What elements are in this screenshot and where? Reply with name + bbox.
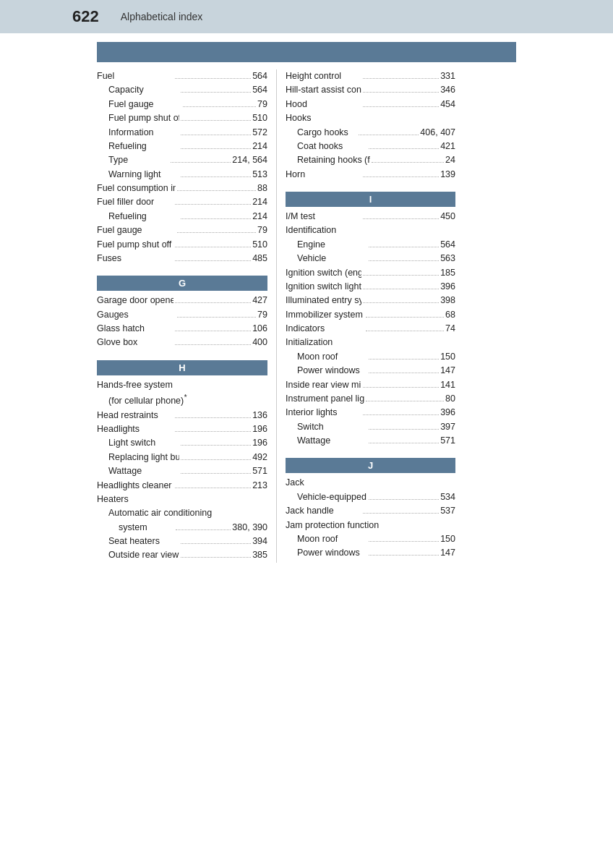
- jack-entry: Jack: [286, 476, 455, 490]
- seat-heaters-entry: Seat heaters 394: [97, 535, 267, 548]
- handsfree-sub-entry: (for cellular phone)*: [97, 392, 267, 409]
- content-area: Fuel 564 Capacity 564 Fuel gauge 79 Fuel…: [97, 69, 516, 563]
- page-title: Alphabetical index: [121, 11, 203, 22]
- heaters-ac-system-entry: system 380, 390: [97, 521, 267, 535]
- handsfree-entry: Hands-free system: [97, 378, 267, 392]
- page-number: 622: [72, 7, 99, 26]
- immobilizer-entry: Immobilizer system 68: [286, 308, 455, 322]
- fuel-gauge-2-entry: Fuel gauge 79: [97, 224, 267, 237]
- section-h-header: H: [97, 360, 267, 375]
- inside-mirror-entry: Inside rear view mirror 141: [286, 378, 455, 392]
- jam-protection-entry: Jam protection function: [286, 519, 455, 532]
- ignition-light-entry: Ignition switch light 396: [286, 280, 455, 294]
- interior-lights-entry: Interior lights 396: [286, 406, 455, 420]
- section-j-header: J: [286, 458, 455, 473]
- fuel-gauge-entry: Fuel gauge 79: [97, 98, 267, 111]
- fuel-consumption-entry: Fuel consumption information 88: [97, 182, 267, 195]
- indicators-entry: Indicators 74: [286, 322, 455, 336]
- head-restraints-entry: Head restraints 136: [97, 409, 267, 422]
- heaters-entry: Heaters: [97, 493, 267, 506]
- fuel-filler-door-entry: Fuel filler door 214: [97, 195, 267, 209]
- right-column: Height control 331 Hill-start assist con…: [276, 69, 455, 563]
- cargo-hooks-entry: Cargo hooks 406, 407: [286, 126, 455, 140]
- blue-divider: [97, 42, 516, 62]
- headlights-wattage-entry: Wattage 571: [97, 464, 267, 478]
- fuel-entry: Fuel 564: [97, 69, 267, 83]
- fuel-pump-2-entry: Fuel pump shut off system 510: [97, 238, 267, 252]
- id-vehicle-entry: Vehicle 563: [286, 252, 455, 265]
- jack-handle-entry: Jack handle 537: [286, 504, 455, 518]
- identification-entry: Identification: [286, 224, 455, 237]
- fuel-filler-refueling-entry: Refueling 214: [97, 210, 267, 224]
- section-i-header: I: [286, 192, 455, 207]
- ignition-switch-entry: Ignition switch (engine switch) 185: [286, 266, 455, 280]
- coat-hooks-entry: Coat hooks 421: [286, 140, 455, 153]
- replacing-bulbs-entry: Replacing light bulbs 492: [97, 451, 267, 464]
- hill-start-entry: Hill-start assist control 346: [286, 83, 455, 97]
- heaters-ac-entry: Automatic air conditioning: [97, 506, 267, 520]
- garage-door-entry: Garage door opener 427: [97, 294, 267, 307]
- id-engine-entry: Engine 564: [286, 238, 455, 252]
- retaining-hooks-entry: Retaining hooks (floor mat) 24: [286, 153, 455, 167]
- fuel-capacity-entry: Capacity 564: [97, 83, 267, 97]
- section-g-header: G: [97, 276, 267, 291]
- fuel-warning-entry: Warning light 513: [97, 168, 267, 182]
- hooks-entry: Hooks: [286, 111, 455, 125]
- page-wrapper: 622 Alphabetical index Fuel 564 Capacity…: [0, 0, 613, 868]
- jam-moon-roof-entry: Moon roof 150: [286, 532, 455, 546]
- fuel-pump-shutoff-entry: Fuel pump shut off system 510: [97, 111, 267, 125]
- horn-entry: Horn 139: [286, 168, 455, 182]
- initialization-entry: Initialization: [286, 336, 455, 349]
- glass-hatch-entry: Glass hatch 106: [97, 322, 267, 336]
- hood-entry: Hood 454: [286, 98, 455, 111]
- interior-lights-switch-entry: Switch 397: [286, 420, 455, 434]
- header-bar: 622 Alphabetical index: [0, 0, 613, 33]
- height-control-entry: Height control 331: [286, 69, 455, 83]
- illuminated-entry: Illuminated entry system 398: [286, 294, 455, 307]
- init-moon-roof-entry: Moon roof 150: [286, 350, 455, 364]
- interior-lights-wattage-entry: Wattage 571: [286, 434, 455, 448]
- glove-box-entry: Glove box 400: [97, 336, 267, 349]
- headlights-switch-entry: Light switch 196: [97, 436, 267, 450]
- headlights-cleaner-entry: Headlights cleaner 213: [97, 479, 267, 493]
- instrument-panel-entry: Instrument panel light control 80: [286, 392, 455, 406]
- fuel-information-entry: Information 572: [97, 126, 267, 140]
- init-power-windows-entry: Power windows 147: [286, 364, 455, 378]
- fuses-entry: Fuses 485: [97, 252, 267, 265]
- fuel-refueling-entry: Refueling 214: [97, 140, 267, 153]
- outside-mirror-heaters-entry: Outside rear view mirrors 385: [97, 548, 267, 562]
- fuel-type-entry: Type 214, 564: [97, 153, 267, 167]
- gauges-entry: Gauges 79: [97, 308, 267, 322]
- jam-power-windows-entry: Power windows 147: [286, 546, 455, 560]
- headlights-entry: Headlights 196: [97, 422, 267, 436]
- im-test-entry: I/M test 450: [286, 210, 455, 224]
- left-column: Fuel 564 Capacity 564 Fuel gauge 79 Fuel…: [97, 69, 276, 563]
- vehicle-jack-entry: Vehicle-equipped jack 534: [286, 490, 455, 504]
- asterisk-icon: *: [184, 393, 187, 401]
